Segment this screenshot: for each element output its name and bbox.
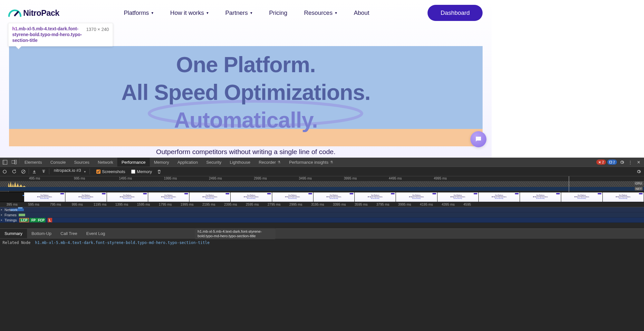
nav-how-it-works[interactable]: How it works▾ [170,9,208,16]
save-profile-button[interactable] [39,167,48,176]
screenshot-thumbnail[interactable]: One Platform.All Speed Optimizations.Aut… [479,192,492,202]
flamechart-tracks[interactable]: Network Frames Timings LCP FP FCP L [0,207,492,223]
details-tab-summary[interactable]: Summary [0,229,27,238]
dashboard-button[interactable]: Dashboard [428,5,483,21]
memory-checkbox[interactable]: Memory [131,169,152,174]
details-tab-bottom-up[interactable]: Bottom-Up [27,229,56,238]
svg-line-0 [15,12,18,15]
overview-net-lane: NET [0,187,492,191]
load-profile-button[interactable] [30,167,39,176]
overview-tick: 3995 ms [344,176,357,180]
collect-garbage-button[interactable] [155,167,164,176]
screenshot-thumbnail[interactable]: One Platform.All Speed Optimizations.Aut… [189,192,231,202]
flamechart-body[interactable] [0,223,492,229]
overview-tick: 995 ms [74,176,85,180]
timings-track-label[interactable]: Timings [0,218,17,222]
nitropack-gauge-icon [7,8,23,17]
related-node-link[interactable]: h1.mb-xl-5.mb-4.text-dark.font-styrene-b… [35,240,210,245]
network-track[interactable]: Network [0,207,492,212]
hero-line-1: One Platform. [9,51,483,78]
overview-tick: 1495 ms [119,176,132,180]
flamechart-tick: 2995 ms [289,202,302,206]
element-inspect-tooltip: 1370 × 240 h1.mb-xl-5.mb-4.text-dark.fon… [8,23,113,46]
overview-tick: 4995 ms [434,176,447,180]
devtools-tab-performance-insights[interactable]: Performance insights⚗ [285,158,337,167]
nav-pricing[interactable]: Pricing [269,9,287,16]
details-tabstrip: SummaryBottom-UpCall TreeEvent Log h1.mb… [0,229,492,239]
nav-platforms[interactable]: Platforms▾ [124,9,153,16]
devtools-tab-memory[interactable]: Memory [150,158,173,167]
timing-marker-l[interactable]: L [48,218,52,222]
devtools-tab-lighthouse[interactable]: Lighthouse [226,158,255,167]
devtools-tab-performance[interactable]: Performance [117,158,149,167]
device-toolbar-toggle[interactable] [10,158,19,167]
chevron-down-icon: ▾ [207,11,208,15]
screenshot-thumbnail[interactable]: One Platform.All Speed Optimizations.Aut… [355,192,396,202]
context-selector[interactable]: nitropack.io #3 [51,168,87,175]
screenshot-thumbnail[interactable]: One Platform.All Speed Optimizations.Aut… [437,192,479,202]
devtools-tab-elements[interactable]: Elements [20,158,46,167]
flamechart-tick: 4395 ms [442,202,455,206]
overview-pane[interactable]: 495 ms995 ms1495 ms1995 ms2495 ms2995 ms… [0,176,492,192]
screenshots-filmstrip[interactable]: One Platform.All Speed Optimizations.Aut… [0,192,492,202]
flamechart-tick: 995 ms [72,202,83,206]
screenshots-checkbox[interactable]: Screenshots [96,169,125,174]
screenshot-thumbnail[interactable]: One Platform.All Speed Optimizations.Aut… [272,192,313,202]
flamechart-tick: 1195 ms [93,202,106,206]
screenshot-thumbnail[interactable]: One Platform.All Speed Optimizations.Aut… [65,192,107,202]
overview-ruler: 495 ms995 ms1495 ms1995 ms2495 ms2995 ms… [0,176,492,181]
frames-track[interactable]: Frames [0,212,492,218]
screenshot-thumbnail[interactable]: One Platform.All Speed Optimizations.Aut… [313,192,355,202]
overview-tick: 2495 ms [209,176,222,180]
timing-marker-lcp[interactable]: LCP [19,218,29,222]
timing-marker-fcp[interactable]: FCP [37,218,45,222]
inspect-element-toggle[interactable] [0,158,10,167]
flamechart-tick: 3195 ms [311,202,324,206]
main-nav: NitroPack Platforms▾ How it works▾ Partn… [0,0,492,26]
nav-about[interactable]: About [354,9,369,16]
perf-toolbar: nitropack.io #3 Screenshots Memory [0,167,492,176]
nav-partners[interactable]: Partners▾ [225,9,252,16]
svg-rect-3 [3,160,5,164]
details-tab-call-tree[interactable]: Call Tree [56,229,82,238]
timings-track[interactable]: Timings LCP FP FCP L [0,218,492,223]
reload-record-button[interactable] [9,167,19,176]
tooltip-classes: .mb-xl-5.mb-4.text-dark.font-styrene-bol… [12,26,82,43]
screenshot-thumbnail[interactable]: One Platform.All Speed Optimizations.Aut… [231,192,272,202]
screenshot-thumbnail[interactable]: One Platform.All Speed Optimizations.Aut… [396,192,437,202]
devtools-tab-console[interactable]: Console [46,158,70,167]
flamechart-tick: 3995 ms [398,202,411,206]
devtools-tab-sources[interactable]: Sources [70,158,94,167]
devtools-tab-network[interactable]: Network [94,158,118,167]
devtools-tab-recorder[interactable]: Recorder⚗ [255,158,285,167]
chevron-down-icon: ▾ [151,11,153,15]
intercom-chat-button[interactable] [470,131,486,147]
details-tab-event-log[interactable]: Event Log [82,229,110,238]
overview-tick: 2995 ms [254,176,267,180]
overview-tick: 495 ms [29,176,40,180]
record-button[interactable] [0,167,9,176]
flamechart-tick: 2195 ms [202,202,215,206]
network-track-label[interactable]: Network [0,207,19,212]
memory-checkbox-input[interactable] [131,170,135,174]
screenshot-thumbnail[interactable]: One Platform.All Speed Optimizations.Aut… [107,192,148,202]
logo[interactable]: NitroPack [7,8,59,18]
frames-track-label[interactable]: Frames [0,212,18,217]
flask-icon: ⚗ [277,160,281,164]
devtools-tab-application[interactable]: Application [173,158,202,167]
overview-tick: 1995 ms [164,176,177,180]
flamechart-ruler: 395 ms595 ms795 ms995 ms1195 ms1395 ms15… [0,202,492,207]
hero-subheading: Outperform competitors without writing a… [0,148,492,156]
nav-resources[interactable]: Resources▾ [304,9,337,16]
screenshot-thumbnail[interactable]: One Platform.All Speed Optimizations.Aut… [148,192,189,202]
screenshot-thumbnail[interactable]: One Platform.All Speed Optimizations.Aut… [24,192,65,202]
flamechart-tick: 1595 ms [137,202,150,206]
screenshots-checkbox-input[interactable] [96,170,101,174]
devtools-tab-security[interactable]: Security [202,158,226,167]
flamechart-tick: 1995 ms [180,202,193,206]
timing-marker-fp[interactable]: FP [30,218,37,222]
logo-text: NitroPack [23,8,59,18]
chat-icon [475,135,482,143]
clear-button[interactable] [19,167,28,176]
flamechart-tick: 2595 ms [246,202,259,206]
